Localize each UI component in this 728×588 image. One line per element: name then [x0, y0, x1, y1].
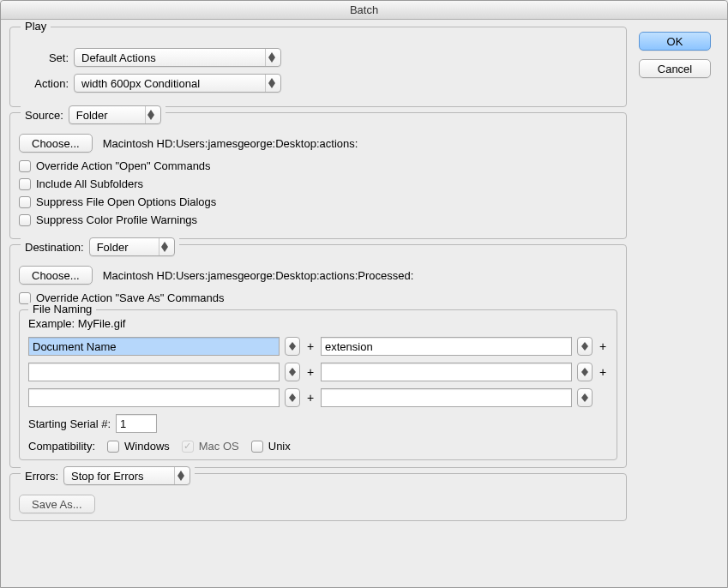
naming-field-3[interactable]: [28, 363, 280, 381]
naming-field-5[interactable]: [28, 388, 280, 407]
ok-button[interactable]: OK: [639, 32, 711, 51]
checkbox-icon: [19, 178, 31, 190]
errors-popup[interactable]: Stop for Errors: [63, 466, 190, 485]
source-popup[interactable]: Folder: [69, 105, 161, 124]
svg-marker-1: [268, 57, 275, 63]
action-popup-value: width 600px Conditional: [81, 77, 200, 90]
updown-arrows-icon: [159, 238, 171, 255]
include-subfolders-label: Include All Subfolders: [36, 177, 143, 190]
plus-separator: +: [305, 365, 316, 379]
compat-mac-checkbox: Mac OS: [182, 440, 239, 453]
compat-unix-label: Unix: [268, 440, 291, 453]
file-naming-legend: File Naming: [28, 303, 96, 315]
svg-marker-3: [268, 83, 275, 88]
cancel-button[interactable]: Cancel: [639, 59, 711, 78]
plus-separator: +: [598, 339, 608, 353]
errors-legend-row: Errors: Stop for Errors: [21, 466, 195, 485]
include-subfolders-checkbox[interactable]: Include All Subfolders: [19, 177, 617, 190]
naming-field-6[interactable]: [321, 388, 572, 407]
suppress-open-checkbox[interactable]: Suppress File Open Options Dialogs: [19, 195, 617, 208]
source-path: Macintosh HD:Users:jamesgeorge:Desktop:a…: [103, 137, 358, 150]
action-label: Action:: [19, 77, 69, 90]
svg-marker-15: [581, 372, 588, 376]
suppress-color-checkbox[interactable]: Suppress Color Profile Warnings: [19, 213, 617, 226]
compat-windows-checkbox[interactable]: Windows: [107, 440, 170, 453]
naming-field-4[interactable]: [321, 363, 572, 381]
svg-marker-17: [289, 398, 296, 402]
checkbox-icon: [19, 196, 31, 208]
compat-unix-checkbox[interactable]: Unix: [251, 440, 291, 453]
override-saveas-checkbox[interactable]: Override Action "Save As" Commands: [19, 291, 617, 304]
svg-marker-9: [289, 346, 296, 351]
action-popup[interactable]: width 600px Conditional: [74, 74, 281, 93]
plus-separator: +: [305, 391, 316, 405]
naming-stepper-3[interactable]: [285, 363, 300, 381]
compat-mac-label: Mac OS: [199, 440, 239, 453]
svg-marker-7: [161, 247, 168, 252]
override-open-label: Override Action "Open" Commands: [36, 159, 211, 172]
destination-path: Macintosh HD:Users:jamesgeorge:Desktop:a…: [103, 269, 414, 282]
updown-arrows-icon: [265, 49, 277, 66]
plus-separator: +: [598, 365, 608, 379]
source-choose-button[interactable]: Choose...: [19, 134, 93, 153]
naming-stepper-2[interactable]: [577, 337, 593, 356]
play-legend: Play: [21, 20, 51, 33]
compat-windows-label: Windows: [124, 440, 170, 453]
set-popup[interactable]: Default Actions: [74, 48, 281, 67]
updown-arrows-icon: [265, 75, 277, 92]
override-open-checkbox[interactable]: Override Action "Open" Commands: [19, 159, 617, 172]
svg-marker-11: [581, 346, 588, 351]
set-popup-value: Default Actions: [81, 51, 156, 64]
updown-arrows-icon: [145, 106, 157, 123]
file-naming-group: File Naming Example: MyFile.gif +: [19, 309, 617, 460]
play-group: Play Set: Default Actions Acti: [9, 27, 627, 107]
destination-legend-row: Destination: Folder: [21, 237, 179, 256]
source-group: Source: Folder Choose... Macintosh HD:Us…: [9, 112, 627, 239]
starting-serial-label: Starting Serial #:: [28, 417, 111, 430]
svg-marker-13: [289, 372, 296, 376]
plus-separator: +: [305, 339, 316, 353]
svg-marker-5: [147, 115, 154, 120]
checkbox-icon: [19, 214, 31, 226]
naming-field-2[interactable]: [321, 337, 572, 356]
naming-stepper-6[interactable]: [577, 388, 593, 407]
source-legend: Source:: [25, 109, 63, 122]
naming-stepper-1[interactable]: [285, 337, 300, 356]
checkbox-icon: [251, 441, 263, 453]
svg-marker-19: [581, 398, 588, 402]
suppress-color-label: Suppress Color Profile Warnings: [36, 213, 197, 226]
updown-arrows-icon: [174, 467, 186, 484]
errors-group: Errors: Stop for Errors Save As...: [9, 473, 627, 521]
destination-popup[interactable]: Folder: [89, 237, 175, 256]
source-popup-value: Folder: [76, 109, 108, 122]
window-titlebar: Batch: [1, 1, 727, 20]
checkbox-icon: [107, 441, 119, 453]
destination-choose-button[interactable]: Choose...: [19, 266, 93, 285]
naming-stepper-4[interactable]: [577, 363, 593, 381]
checkbox-icon: [19, 160, 31, 172]
destination-group: Destination: Folder Choose... Macintosh …: [9, 244, 627, 468]
suppress-open-label: Suppress File Open Options Dialogs: [36, 195, 216, 208]
destination-popup-value: Folder: [97, 241, 129, 254]
file-naming-example: Example: MyFile.gif: [28, 317, 608, 330]
source-legend-row: Source: Folder: [21, 105, 165, 124]
destination-legend: Destination:: [25, 241, 84, 254]
starting-serial-input[interactable]: [116, 414, 157, 433]
checkbox-checked-icon: [182, 441, 194, 453]
naming-stepper-5[interactable]: [285, 388, 300, 407]
errors-popup-value: Stop for Errors: [71, 470, 144, 483]
errors-legend: Errors:: [25, 470, 58, 483]
naming-field-1[interactable]: [28, 337, 280, 356]
compat-label: Compatibility:: [28, 440, 95, 453]
errors-save-as-button[interactable]: Save As...: [19, 495, 95, 513]
svg-marker-21: [177, 476, 184, 481]
set-label: Set:: [19, 51, 69, 64]
